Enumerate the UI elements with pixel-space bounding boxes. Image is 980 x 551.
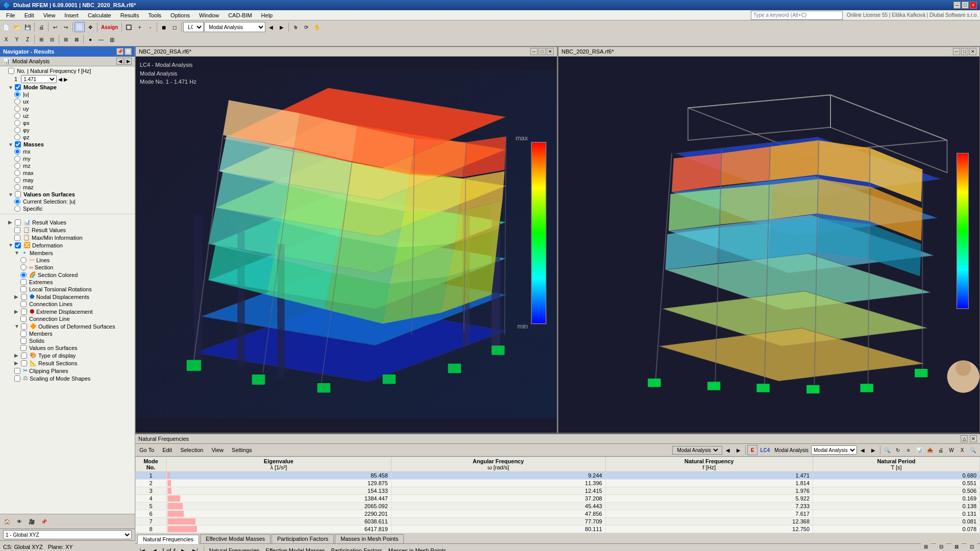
table-row[interactable]: 4 1384.447 37.208 5.922 0.169 [136, 495, 980, 503]
freq-next[interactable]: ▶ [64, 77, 68, 82]
tab-natural-freq[interactable]: Natural Frequencies [137, 535, 199, 544]
word-btn[interactable]: W [946, 445, 957, 455]
nav-uz[interactable]: uz [0, 112, 135, 119]
zoom-in-button[interactable]: + [134, 22, 144, 32]
tab-nat-freq-bottom[interactable]: Natural Frequencies [207, 547, 262, 551]
tab-participation[interactable]: Participation Factors [272, 534, 334, 543]
view-left-min[interactable]: ─ [530, 48, 537, 55]
menu-cad-bim[interactable]: CAD-BIM [224, 11, 256, 19]
search-table-btn[interactable]: 🔍 [968, 445, 978, 455]
z-axis-button[interactable]: Z [22, 34, 33, 44]
tab-eff-modal-bottom[interactable]: Effective Modal Masses [264, 547, 327, 551]
print-button[interactable]: 🖨 [36, 22, 46, 32]
phix-radio[interactable] [14, 120, 20, 126]
values-surfaces2-checkbox[interactable] [20, 345, 27, 351]
nav-masses-group[interactable]: ▼ Masses [0, 141, 135, 148]
menu-view[interactable]: View [39, 11, 60, 19]
cursor-button[interactable]: 🖱 [290, 22, 301, 32]
uy-radio[interactable] [14, 106, 20, 112]
bottom-next[interactable]: ▶ [733, 445, 744, 455]
node-button[interactable]: ● [85, 34, 95, 44]
y-axis-button[interactable]: Y [12, 34, 22, 44]
results-prev[interactable]: ◀ [857, 445, 868, 455]
nav-nodal-disp[interactable]: ▶ ⬟ Nodal Displacements [0, 293, 135, 300]
outlines-checkbox[interactable] [21, 323, 27, 330]
open-button[interactable]: 📂 [12, 22, 22, 32]
nav-values-surfaces-group[interactable]: ▼ Values on Surfaces [0, 191, 135, 198]
nodal-disp-checkbox[interactable] [21, 294, 27, 300]
view-left-canvas[interactable]: LC4 - Modal Analysis Modal Analysis Mode… [136, 57, 557, 431]
results-next[interactable]: ▶ [868, 445, 878, 455]
page-last[interactable]: ▶| [190, 545, 201, 551]
lines-radio[interactable] [20, 257, 27, 263]
status-btn1[interactable]: ⊞ [921, 542, 931, 552]
prev-mode-button[interactable]: ◀ [266, 22, 276, 32]
maxmin-checkbox[interactable] [14, 235, 20, 241]
nav-torsional[interactable]: Local Torsional Rotations [0, 286, 135, 293]
menu-calculate[interactable]: Calculate [84, 11, 115, 19]
nav-maz[interactable]: maz [0, 184, 135, 191]
specific-radio[interactable] [14, 206, 20, 212]
freq-prev[interactable]: ◀ [58, 77, 62, 82]
nav-video-button[interactable]: 🎥 [27, 516, 37, 527]
result-sections-checkbox[interactable] [21, 360, 27, 366]
new-button[interactable]: 📄 [1, 22, 11, 32]
type-display-checkbox[interactable] [21, 353, 27, 359]
solids-checkbox[interactable] [20, 338, 27, 344]
section-radio[interactable] [20, 264, 27, 270]
ux-radio[interactable] [14, 98, 20, 105]
nav-mx[interactable]: mx [0, 148, 135, 155]
nav-values-surfaces[interactable]: Values on Surfaces [0, 344, 135, 352]
x-axis-button[interactable]: X [1, 34, 11, 44]
status-btn2[interactable]: ⊟ [936, 542, 946, 552]
view-iso-button[interactable]: ⊟ [47, 34, 57, 44]
nav-extreme-disp[interactable]: ▶ ⬢ Extreme Displacement [0, 308, 135, 315]
nav-mode-shape-group[interactable]: ▼ Mode Shape [0, 84, 135, 91]
select-button[interactable]: ⬜ [75, 22, 85, 32]
nav-members-outline[interactable]: Members [0, 330, 135, 337]
torsional-checkbox[interactable] [20, 286, 27, 292]
page-next[interactable]: ▶ [178, 545, 188, 551]
extremes-checkbox[interactable] [20, 279, 27, 285]
nav-eye-button[interactable]: 👁 [14, 516, 24, 527]
page-prev[interactable]: ◀ [150, 545, 160, 551]
save-button[interactable]: 💾 [22, 22, 33, 32]
view-right-canvas[interactable] [558, 57, 979, 431]
undo-button[interactable]: ↩ [50, 22, 60, 32]
nav-type-display-group[interactable]: ▶ 🎨 Type of display [0, 352, 135, 359]
print-table-btn[interactable]: 🖨 [936, 445, 946, 455]
nav-section[interactable]: ═ Section [0, 264, 135, 271]
extreme-disp-checkbox[interactable] [21, 309, 27, 315]
nav-conn-line[interactable]: Connection Line [0, 315, 135, 322]
freq-select[interactable]: 1.471 [21, 75, 57, 83]
selection-menu[interactable]: Selection [178, 446, 205, 454]
nav-current-selection[interactable]: Current Selection: |u| [0, 198, 135, 205]
settings-menu[interactable]: Settings [230, 446, 254, 454]
nav-my[interactable]: my [0, 155, 135, 162]
pan-button[interactable]: ✋ [312, 22, 322, 32]
goto-menu[interactable]: Go To [137, 446, 156, 454]
view-left-max[interactable]: □ [538, 48, 546, 55]
nav-clipping-planes[interactable]: ✂ Clipping Planes [0, 367, 135, 374]
table-row[interactable]: 5 2065.092 45.443 7.233 0.138 [136, 503, 980, 510]
member-button[interactable]: — [96, 34, 106, 44]
nav-freq-value[interactable]: 1 1.471 ◀ ▶ [0, 74, 135, 84]
lc-name-select[interactable]: Modal Analysis [811, 445, 857, 455]
window-controls[interactable]: ─ □ ✕ [953, 2, 977, 9]
clipping-checkbox[interactable] [14, 368, 20, 374]
nav-pin-button[interactable]: 📌 [116, 48, 124, 55]
phiy-radio[interactable] [14, 127, 20, 133]
nav-solids[interactable]: Solids [0, 337, 135, 344]
nav-lines[interactable]: 〰 Lines [0, 257, 135, 264]
conn-lines-checkbox[interactable] [20, 301, 27, 307]
nav-section-colored[interactable]: 🌈 Section Colored [0, 271, 135, 279]
may-radio[interactable] [14, 177, 20, 183]
nav-u-abs[interactable]: |u| [0, 91, 135, 98]
status-btn4[interactable]: ⊡ [967, 542, 977, 552]
current-sel-radio[interactable] [14, 198, 20, 205]
edit-menu[interactable]: Edit [160, 446, 174, 454]
nav-may[interactable]: may [0, 177, 135, 184]
nav-members-group[interactable]: ▼ 🔹 Members [0, 249, 135, 257]
tab-masses-mesh-bottom[interactable]: Masses in Mesh Points [386, 547, 448, 551]
nav-pin-button2[interactable]: 📌 [39, 516, 49, 527]
